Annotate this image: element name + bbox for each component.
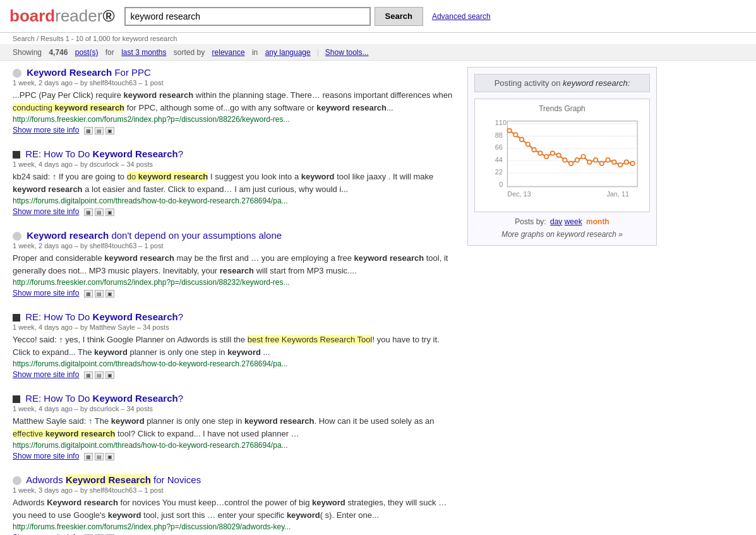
svg-point-20 [538, 151, 542, 155]
show-tools-link[interactable]: Show tools... [325, 48, 369, 57]
svg-point-16 [513, 133, 517, 136]
icon2[interactable]: ▤ [95, 453, 104, 460]
icon2[interactable]: ▤ [95, 127, 104, 135]
icon1[interactable]: ▦ [84, 453, 93, 460]
result-icon-circle [13, 69, 21, 78]
sidebar-keyword: keyword research: [563, 78, 630, 88]
icon3[interactable]: ▣ [105, 208, 114, 216]
show-more-link[interactable]: Show more site info [13, 207, 79, 216]
icon2[interactable]: ▤ [95, 290, 104, 298]
icon1[interactable]: ▦ [84, 208, 93, 216]
svg-text:Jan, 11: Jan, 11 [606, 190, 629, 198]
result-title: RE: How To Do Keyword Research? [13, 311, 455, 322]
result-footer: Show more site info ▦ ▤ ▣ [13, 288, 455, 298]
svg-text:0: 0 [499, 181, 503, 188]
svg-point-28 [587, 160, 591, 164]
result-link[interactable]: RE: How To Do Keyword Research? [25, 148, 183, 159]
search-sub-text: Search / Results 1 - 10 of 1,000 for key… [13, 35, 177, 42]
result-footer: Show more site info ▦ ▤ ▣ [13, 532, 455, 535]
result-item: RE: How To Do Keyword Research? 1 week, … [13, 311, 455, 379]
last3months-link[interactable]: last 3 months [121, 48, 166, 57]
result-url: http://forums.freeskier.com/forums2/inde… [13, 278, 455, 287]
svg-point-22 [551, 151, 555, 155]
svg-text:66: 66 [495, 143, 503, 151]
result-url: https://forums.digitalpoint.com/threads/… [13, 196, 455, 205]
result-action-icons: ▦ ▤ ▣ [84, 371, 114, 379]
icon1[interactable]: ▦ [84, 371, 93, 379]
any-language-link[interactable]: any language [265, 48, 311, 57]
search-button[interactable]: Search [375, 7, 423, 26]
result-meta: 1 week, 4 days ago – by dscurlock – 34 p… [13, 405, 455, 412]
show-more-link[interactable]: Show more site info [13, 126, 79, 135]
result-item: Keyword Research For PPC 1 week, 2 days … [13, 67, 455, 135]
svg-point-15 [507, 129, 511, 133]
sidebar-box: Posting activity on keyword research: Tr… [467, 67, 657, 246]
result-snippet: Yecco! said: ↑ yes, I think Google Plann… [13, 334, 455, 358]
svg-point-31 [606, 158, 609, 162]
more-graphs-anchor[interactable]: More graphs on keyword research » [501, 230, 623, 239]
result-footer: Show more site info ▦ ▤ ▣ [13, 207, 455, 216]
result-item: RE: How To Do Keyword Research? 1 week, … [13, 148, 455, 216]
svg-text:44: 44 [495, 156, 503, 164]
icon3[interactable]: ▣ [105, 453, 114, 460]
icon1[interactable]: ▦ [84, 290, 93, 298]
icon1[interactable]: ▦ [84, 127, 93, 135]
result-title: Keyword Research For PPC [13, 67, 455, 78]
result-title: Adwords Keyword Research for Novices [13, 474, 455, 485]
result-count: 4,746 [49, 48, 68, 57]
result-url: http://forums.freeskier.com/forums2/inde… [13, 115, 455, 124]
result-link[interactable]: Keyword research don't depend on your as… [27, 230, 282, 241]
posts-by-week[interactable]: week [565, 217, 582, 226]
posts-by-day[interactable]: day [550, 217, 562, 226]
main-layout: Keyword Research For PPC 1 week, 2 days … [0, 61, 756, 535]
svg-point-26 [575, 158, 579, 162]
result-link[interactable]: RE: How To Do Keyword Research? [25, 393, 183, 404]
result-link[interactable]: Adwords Keyword Research for Novices [26, 474, 201, 485]
result-url: https://forums.digitalpoint.com/threads/… [13, 441, 455, 450]
posts-link[interactable]: post(s) [75, 48, 99, 57]
show-more-link[interactable]: Show more site info [13, 289, 79, 298]
svg-point-18 [526, 142, 530, 146]
result-icon-circle [13, 476, 21, 485]
result-action-icons: ▦ ▤ ▣ [84, 290, 114, 298]
result-link[interactable]: Keyword Research For PPC [27, 67, 151, 78]
svg-point-34 [625, 160, 628, 164]
icon2[interactable]: ▤ [95, 371, 104, 379]
icon2[interactable]: ▤ [95, 208, 104, 216]
svg-point-29 [594, 158, 597, 162]
more-graphs-link: More graphs on keyword research » [474, 230, 650, 239]
more-graphs-text: More graphs on keyword research » [501, 230, 623, 239]
result-meta: 1 week, 4 days ago – by Matthew Sayle – … [13, 323, 455, 331]
result-action-icons: ▦ ▤ ▣ [84, 208, 114, 216]
result-action-icons: ▦ ▤ ▣ [84, 453, 114, 460]
svg-point-24 [563, 158, 567, 162]
graph-title: Trends Graph [480, 104, 644, 113]
sorted-by-label: sorted by [174, 48, 205, 57]
svg-point-32 [612, 160, 616, 164]
result-snippet: Adwords Keyword research for novices You… [13, 496, 455, 521]
logo-light: reader [55, 6, 102, 25]
icon3[interactable]: ▣ [105, 290, 114, 298]
posts-by-label: Posts by: [515, 217, 546, 226]
posts-by-month-active[interactable]: month [586, 217, 609, 226]
show-more-link[interactable]: Show more site info [13, 452, 79, 460]
result-item: RE: How To Do Keyword Research? 1 week, … [13, 393, 455, 460]
svg-point-27 [581, 155, 585, 159]
result-icon-square [13, 151, 20, 159]
icon3[interactable]: ▣ [105, 371, 114, 379]
logo-bold: board [9, 6, 55, 25]
sidebar-panel: Posting activity on keyword research: Tr… [467, 67, 657, 535]
advanced-search-link[interactable]: Advanced search [432, 12, 491, 21]
graph-area: Trends Graph 110 88 66 44 22 0 Dec, 13 J… [474, 99, 650, 212]
relevance-link[interactable]: relevance [212, 48, 245, 57]
result-meta: 1 week, 2 days ago – by shelf84touch63 –… [13, 79, 455, 87]
svg-point-17 [520, 138, 524, 141]
icon3[interactable]: ▣ [105, 127, 114, 135]
search-input[interactable] [124, 7, 371, 26]
results-panel: Keyword Research For PPC 1 week, 2 days … [13, 67, 455, 535]
result-link[interactable]: RE: How To Do Keyword Research? [25, 311, 183, 322]
svg-point-33 [618, 163, 622, 167]
show-more-link[interactable]: Show more site info [13, 370, 79, 379]
logo: boardreader® [9, 6, 115, 26]
result-footer: Show more site info ▦ ▤ ▣ [13, 125, 455, 135]
